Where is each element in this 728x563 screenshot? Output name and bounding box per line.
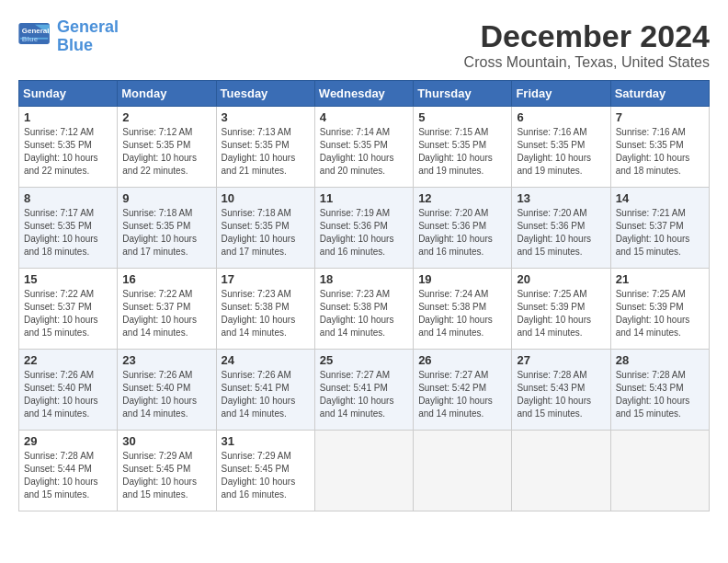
calendar-week-row: 15 Sunrise: 7:22 AMSunset: 5:37 PMDaylig… [19,269,710,350]
calendar-day-cell: 3 Sunrise: 7:13 AMSunset: 5:35 PMDayligh… [216,107,314,188]
calendar-day-cell: 23 Sunrise: 7:26 AMSunset: 5:40 PMDaylig… [118,350,216,431]
calendar-table: SundayMondayTuesdayWednesdayThursdayFrid… [18,80,710,511]
day-info: Sunrise: 7:16 AMSunset: 5:35 PMDaylight:… [517,127,591,176]
day-info: Sunrise: 7:20 AMSunset: 5:36 PMDaylight:… [418,208,493,257]
calendar-week-row: 1 Sunrise: 7:12 AMSunset: 5:35 PMDayligh… [19,107,710,188]
day-info: Sunrise: 7:13 AMSunset: 5:35 PMDaylight:… [222,127,296,176]
day-info: Sunrise: 7:25 AMSunset: 5:39 PMDaylight:… [616,289,690,338]
header-tuesday: Tuesday [216,81,314,107]
calendar-week-row: 22 Sunrise: 7:26 AMSunset: 5:40 PMDaylig… [19,350,710,431]
calendar-day-cell: 21 Sunrise: 7:25 AMSunset: 5:39 PMDaylig… [610,269,709,350]
calendar-day-cell: 22 Sunrise: 7:26 AMSunset: 5:40 PMDaylig… [19,350,118,431]
calendar-day-cell: 20 Sunrise: 7:25 AMSunset: 5:39 PMDaylig… [512,269,610,350]
calendar-day-cell: 5 Sunrise: 7:15 AMSunset: 5:35 PMDayligh… [414,107,512,188]
calendar-day-cell: 9 Sunrise: 7:18 AMSunset: 5:35 PMDayligh… [118,188,216,269]
logo-text: General Blue [57,18,119,55]
calendar-week-row: 8 Sunrise: 7:17 AMSunset: 5:35 PMDayligh… [19,188,710,269]
day-info: Sunrise: 7:12 AMSunset: 5:35 PMDaylight:… [24,127,98,176]
calendar-day-cell: 17 Sunrise: 7:23 AMSunset: 5:38 PMDaylig… [216,269,314,350]
day-number: 31 [222,434,310,448]
calendar-day-cell: 16 Sunrise: 7:22 AMSunset: 5:37 PMDaylig… [118,269,216,350]
day-number: 22 [24,353,112,367]
calendar-day-cell: 1 Sunrise: 7:12 AMSunset: 5:35 PMDayligh… [19,107,118,188]
day-number: 16 [122,272,210,286]
day-info: Sunrise: 7:27 AMSunset: 5:41 PMDaylight:… [320,370,394,419]
day-info: Sunrise: 7:28 AMSunset: 5:43 PMDaylight:… [616,370,690,419]
day-number: 7 [616,110,704,124]
logo: General Blue General Blue [18,18,119,55]
header-friday: Friday [512,81,610,107]
calendar-day-cell [314,431,413,511]
day-info: Sunrise: 7:20 AMSunset: 5:36 PMDaylight:… [517,208,591,257]
header-sunday: Sunday [19,81,118,107]
day-number: 26 [418,353,506,367]
calendar-day-cell: 6 Sunrise: 7:16 AMSunset: 5:35 PMDayligh… [512,107,610,188]
calendar-day-cell: 18 Sunrise: 7:23 AMSunset: 5:38 PMDaylig… [314,269,413,350]
calendar-day-cell: 2 Sunrise: 7:12 AMSunset: 5:35 PMDayligh… [118,107,216,188]
calendar-day-cell: 19 Sunrise: 7:24 AMSunset: 5:38 PMDaylig… [414,269,512,350]
day-info: Sunrise: 7:12 AMSunset: 5:35 PMDaylight:… [122,127,197,176]
day-info: Sunrise: 7:23 AMSunset: 5:38 PMDaylight:… [222,289,296,338]
calendar-day-cell: 14 Sunrise: 7:21 AMSunset: 5:37 PMDaylig… [610,188,709,269]
day-info: Sunrise: 7:26 AMSunset: 5:41 PMDaylight:… [222,370,296,419]
day-info: Sunrise: 7:18 AMSunset: 5:35 PMDaylight:… [222,208,296,257]
title-block: December 2024 Cross Mountain, Texas, Uni… [464,18,710,71]
calendar-day-cell: 12 Sunrise: 7:20 AMSunset: 5:36 PMDaylig… [414,188,512,269]
day-number: 23 [122,353,210,367]
day-number: 14 [616,191,704,205]
day-info: Sunrise: 7:23 AMSunset: 5:38 PMDaylight:… [320,289,394,338]
day-info: Sunrise: 7:16 AMSunset: 5:35 PMDaylight:… [616,127,690,176]
day-number: 20 [517,272,605,286]
calendar-day-cell: 24 Sunrise: 7:26 AMSunset: 5:41 PMDaylig… [216,350,314,431]
page-header: General Blue General Blue December 2024 … [18,18,710,71]
day-number: 3 [222,110,310,124]
day-info: Sunrise: 7:28 AMSunset: 5:43 PMDaylight:… [517,370,591,419]
day-number: 9 [122,191,210,205]
day-info: Sunrise: 7:21 AMSunset: 5:37 PMDaylight:… [616,208,690,257]
month-title: December 2024 [464,18,710,54]
calendar-header-row: SundayMondayTuesdayWednesdayThursdayFrid… [19,81,710,107]
header-wednesday: Wednesday [314,81,413,107]
calendar-day-cell: 29 Sunrise: 7:28 AMSunset: 5:44 PMDaylig… [19,431,118,511]
calendar-day-cell [414,431,512,511]
day-number: 21 [616,272,704,286]
day-number: 5 [418,110,506,124]
day-number: 17 [222,272,310,286]
day-info: Sunrise: 7:19 AMSunset: 5:36 PMDaylight:… [320,208,394,257]
calendar-day-cell [610,431,709,511]
day-number: 27 [517,353,605,367]
header-monday: Monday [118,81,216,107]
day-info: Sunrise: 7:26 AMSunset: 5:40 PMDaylight:… [24,370,98,419]
calendar-day-cell: 13 Sunrise: 7:20 AMSunset: 5:36 PMDaylig… [512,188,610,269]
day-info: Sunrise: 7:17 AMSunset: 5:35 PMDaylight:… [24,208,98,257]
day-number: 28 [616,353,704,367]
calendar-day-cell: 28 Sunrise: 7:28 AMSunset: 5:43 PMDaylig… [610,350,709,431]
calendar-day-cell: 4 Sunrise: 7:14 AMSunset: 5:35 PMDayligh… [314,107,413,188]
calendar-day-cell: 31 Sunrise: 7:29 AMSunset: 5:45 PMDaylig… [216,431,314,511]
day-info: Sunrise: 7:27 AMSunset: 5:42 PMDaylight:… [418,370,493,419]
day-number: 18 [320,272,408,286]
day-number: 19 [418,272,506,286]
day-number: 10 [222,191,310,205]
day-number: 8 [24,191,112,205]
header-saturday: Saturday [610,81,709,107]
day-info: Sunrise: 7:22 AMSunset: 5:37 PMDaylight:… [24,289,98,338]
day-number: 13 [517,191,605,205]
day-info: Sunrise: 7:24 AMSunset: 5:38 PMDaylight:… [418,289,493,338]
calendar-day-cell: 26 Sunrise: 7:27 AMSunset: 5:42 PMDaylig… [414,350,512,431]
calendar-day-cell: 15 Sunrise: 7:22 AMSunset: 5:37 PMDaylig… [19,269,118,350]
day-number: 30 [122,434,210,448]
logo-icon: General Blue [18,23,51,51]
day-number: 4 [320,110,408,124]
day-number: 6 [517,110,605,124]
day-info: Sunrise: 7:14 AMSunset: 5:35 PMDaylight:… [320,127,394,176]
day-info: Sunrise: 7:29 AMSunset: 5:45 PMDaylight:… [222,451,296,500]
calendar-day-cell: 8 Sunrise: 7:17 AMSunset: 5:35 PMDayligh… [19,188,118,269]
day-number: 11 [320,191,408,205]
day-info: Sunrise: 7:15 AMSunset: 5:35 PMDaylight:… [418,127,493,176]
day-number: 29 [24,434,112,448]
calendar-day-cell: 25 Sunrise: 7:27 AMSunset: 5:41 PMDaylig… [314,350,413,431]
calendar-day-cell: 30 Sunrise: 7:29 AMSunset: 5:45 PMDaylig… [118,431,216,511]
day-info: Sunrise: 7:26 AMSunset: 5:40 PMDaylight:… [122,370,197,419]
day-number: 2 [122,110,210,124]
